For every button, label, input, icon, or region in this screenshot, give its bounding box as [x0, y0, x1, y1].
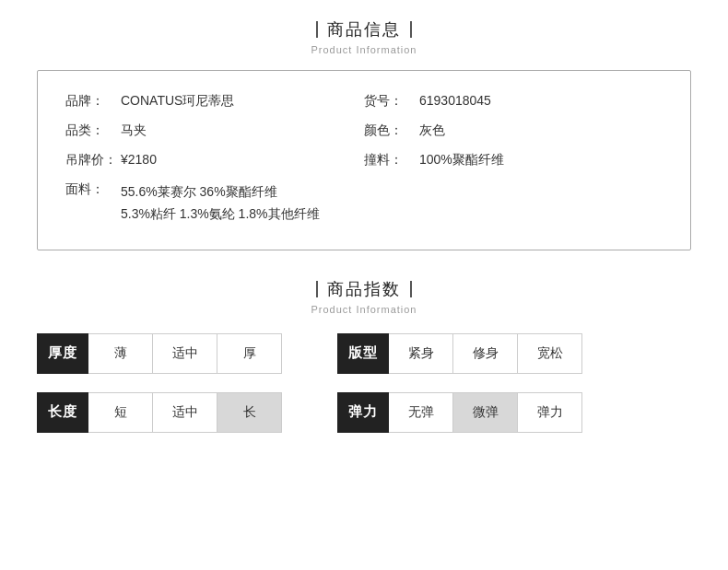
fit-regular[interactable]: 修身 — [453, 333, 518, 374]
product-index-section: 商品指数 Product Information 厚度 薄 适中 厚 版型 紧身 — [37, 278, 691, 433]
color-value: 灰色 — [419, 122, 445, 139]
product-index-subtitle: Product Information — [311, 304, 417, 315]
stretch-group: 弹力 无弹 微弹 弹力 — [337, 392, 582, 433]
brand-row: 品牌： CONATUS珂尼蒂思 — [65, 93, 364, 110]
stretch-none[interactable]: 无弹 — [389, 392, 453, 433]
length-category: 长度 — [37, 392, 88, 433]
stretch-slight[interactable]: 微弹 — [453, 392, 518, 433]
product-info-title: 商品信息 — [316, 18, 412, 41]
fabric-line2: 5.3%粘纤 1.3%氨纶 1.8%其他纤维 — [121, 206, 320, 221]
stretch-full[interactable]: 弹力 — [518, 392, 582, 433]
tag-groups-row-1: 厚度 薄 适中 厚 版型 紧身 修身 宽松 — [37, 333, 691, 374]
length-short[interactable]: 短 — [88, 392, 153, 433]
product-info-subtitle: Product Information — [311, 44, 417, 55]
thickness-group: 厚度 薄 适中 厚 — [37, 333, 282, 374]
category-value: 马夹 — [121, 122, 147, 139]
thickness-medium[interactable]: 适中 — [153, 333, 217, 374]
product-index-title: 商品指数 — [316, 278, 412, 300]
product-info-title-text: 商品信息 — [327, 18, 401, 41]
thickness-thick[interactable]: 厚 — [217, 333, 282, 374]
hang-price-value: ¥2180 — [121, 152, 157, 167]
color-row: 颜色： 灰色 — [364, 122, 663, 139]
title-bar-right — [410, 21, 412, 38]
fabric-row: 面料： 55.6%莱赛尔 36%聚酯纤维 5.3%粘纤 1.3%氨纶 1.8%其… — [65, 181, 663, 226]
product-info-title-wrap: 商品信息 Product Information — [37, 18, 691, 55]
hang-price-label: 吊牌价： — [65, 152, 121, 169]
category-label: 品类： — [65, 122, 121, 139]
product-index-title-text: 商品指数 — [327, 278, 401, 300]
item-no-value: 6193018045 — [419, 93, 491, 108]
stretch-category: 弹力 — [337, 392, 389, 433]
fabric-value: 55.6%莱赛尔 36%聚酯纤维 5.3%粘纤 1.3%氨纶 1.8%其他纤维 — [121, 181, 320, 226]
length-medium[interactable]: 适中 — [153, 392, 217, 433]
thickness-thin[interactable]: 薄 — [88, 333, 153, 374]
fit-category: 版型 — [337, 333, 389, 374]
hang-price-row: 吊牌价： ¥2180 — [65, 152, 364, 169]
tag-groups-row-2: 长度 短 适中 长 弹力 无弹 微弹 弹力 — [37, 392, 691, 433]
index-title-bar-left — [316, 281, 318, 297]
thickness-category: 厚度 — [37, 333, 88, 374]
outer-material-label: 撞料： — [364, 152, 419, 169]
length-long[interactable]: 长 — [217, 392, 282, 433]
product-info-box: 品牌： CONATUS珂尼蒂思 货号： 6193018045 品类： 马夹 颜色… — [37, 70, 691, 250]
page-wrapper: 商品信息 Product Information 品牌： CONATUS珂尼蒂思… — [0, 0, 728, 460]
fabric-label: 面料： — [65, 181, 121, 198]
fit-loose[interactable]: 宽松 — [518, 333, 582, 374]
outer-material-row: 撞料： 100%聚酯纤维 — [364, 152, 663, 169]
color-label: 颜色： — [364, 122, 419, 139]
item-no-row: 货号： 6193018045 — [364, 93, 663, 110]
fit-group: 版型 紧身 修身 宽松 — [337, 333, 582, 374]
brand-value: CONATUS珂尼蒂思 — [121, 93, 234, 110]
title-bar-left — [316, 21, 318, 38]
category-row: 品类： 马夹 — [65, 122, 364, 139]
outer-material-value: 100%聚酯纤维 — [419, 152, 504, 169]
fabric-line1: 55.6%莱赛尔 36%聚酯纤维 — [121, 184, 277, 199]
brand-label: 品牌： — [65, 93, 121, 110]
length-group: 长度 短 适中 长 — [37, 392, 282, 433]
info-grid: 品牌： CONATUS珂尼蒂思 货号： 6193018045 品类： 马夹 颜色… — [65, 93, 663, 231]
fit-tight[interactable]: 紧身 — [389, 333, 453, 374]
product-index-title-wrap: 商品指数 Product Information — [37, 278, 691, 315]
index-title-bar-right — [410, 281, 412, 297]
tag-rows: 厚度 薄 适中 厚 版型 紧身 修身 宽松 长度 短 — [37, 333, 691, 433]
item-no-label: 货号： — [364, 93, 419, 110]
